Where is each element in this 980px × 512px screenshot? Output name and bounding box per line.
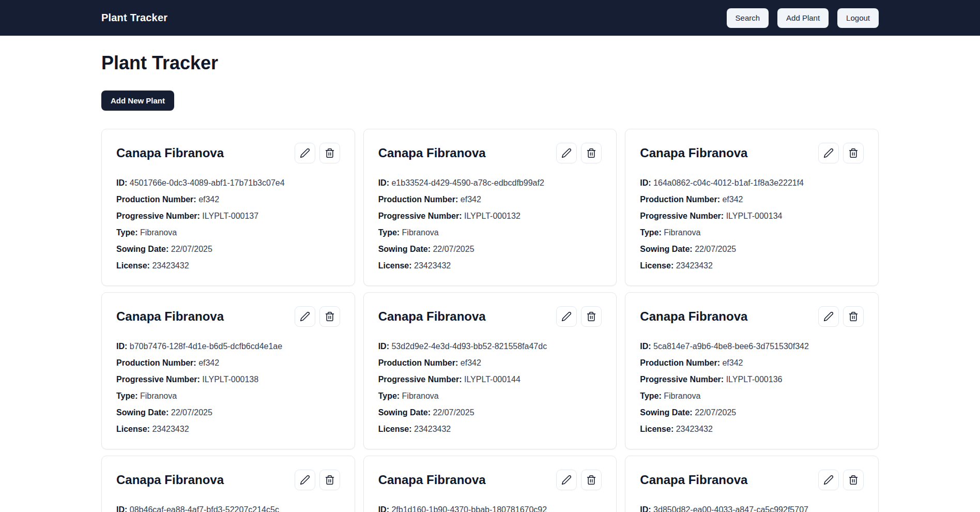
pencil-icon xyxy=(300,311,310,322)
plant-field-license-value: 23423432 xyxy=(414,425,451,433)
plant-field-id-label: ID: xyxy=(640,178,651,187)
plant-card-actions xyxy=(295,306,340,327)
add-plant-button[interactable]: Add Plant xyxy=(777,8,829,28)
plant-field-production-number: Production Number: ef342 xyxy=(378,357,602,369)
plant-field-progressive-number: Progressive Number: ILYPLT-000132 xyxy=(378,210,602,222)
plant-card: Canapa Fibranova ID xyxy=(363,456,617,512)
app-brand: Plant Tracker xyxy=(101,12,167,24)
trash-icon xyxy=(848,148,859,158)
plant-field-license-label: License: xyxy=(116,425,150,433)
plant-card-header: Canapa Fibranova xyxy=(640,470,864,490)
trash-icon xyxy=(848,311,859,322)
delete-plant-button[interactable] xyxy=(581,470,602,490)
plant-field-progressive-number-label: Progressive Number: xyxy=(378,375,462,384)
edit-plant-button[interactable] xyxy=(818,143,839,163)
pencil-icon xyxy=(300,148,310,158)
plant-field-id-value: 3d850d82-ea00-4033-a847-ca5c992f5707 xyxy=(653,505,808,512)
trash-icon xyxy=(586,148,596,158)
plant-field-sowing-date: Sowing Date: 22/07/2025 xyxy=(640,243,864,255)
plant-field-progressive-number: Progressive Number: ILYPLT-000138 xyxy=(116,373,340,386)
edit-plant-button[interactable] xyxy=(295,306,315,327)
plant-card-header: Canapa Fibranova xyxy=(640,143,864,163)
delete-plant-button[interactable] xyxy=(843,306,864,327)
plant-field-production-number: Production Number: ef342 xyxy=(640,357,864,369)
delete-plant-button[interactable] xyxy=(581,306,602,327)
plant-field-type: Type: Fibranova xyxy=(378,390,602,402)
plant-field-production-number-label: Production Number: xyxy=(378,195,458,204)
plant-card: Canapa Fibranova ID xyxy=(101,292,355,449)
plant-field-license-label: License: xyxy=(116,261,150,270)
plant-field-progressive-number-value: ILYPLT-000144 xyxy=(464,375,520,384)
plant-card-actions xyxy=(818,306,864,327)
plant-field-type-label: Type: xyxy=(116,228,137,237)
plant-field-production-number-label: Production Number: xyxy=(116,195,196,204)
delete-plant-button[interactable] xyxy=(581,143,602,163)
plant-field-id: ID: 2fb1d160-1b90-4370-bbab-180781670c92 xyxy=(378,504,602,512)
plant-field-id: ID: 53d2d9e2-4e3d-4d93-bb52-821558fa47dc xyxy=(378,340,602,353)
trash-icon xyxy=(848,475,859,485)
plant-field-id-value: 2fb1d160-1b90-4370-bbab-180781670c92 xyxy=(391,505,547,512)
plant-field-id-value: e1b33524-d429-4590-a78c-edbcdfb99af2 xyxy=(391,178,544,187)
delete-plant-button[interactable] xyxy=(319,306,340,327)
plant-field-id-label: ID: xyxy=(116,505,127,512)
delete-plant-button[interactable] xyxy=(319,470,340,490)
delete-plant-button[interactable] xyxy=(319,143,340,163)
plant-field-type-value: Fibranova xyxy=(664,391,700,400)
plant-field-type-value: Fibranova xyxy=(664,228,700,237)
plant-field-id-value: 5ca814e7-a9b6-4be8-bee6-3d751530f342 xyxy=(653,342,809,351)
plant-card: Canapa Fibranova ID xyxy=(101,129,355,286)
pencil-icon xyxy=(823,475,834,485)
plant-card-actions xyxy=(556,470,602,490)
pencil-icon xyxy=(823,311,834,322)
plant-field-production-number-value: ef342 xyxy=(722,195,743,204)
plant-field-license-value: 23423432 xyxy=(676,425,713,433)
plant-field-progressive-number-value: ILYPLT-000134 xyxy=(726,212,783,220)
edit-plant-button[interactable] xyxy=(818,470,839,490)
edit-plant-button[interactable] xyxy=(556,143,577,163)
plant-card-actions xyxy=(818,143,864,163)
plant-field-production-number-label: Production Number: xyxy=(640,358,720,367)
trash-icon xyxy=(586,311,596,322)
plant-card-title: Canapa Fibranova xyxy=(378,470,486,490)
plant-card-header: Canapa Fibranova xyxy=(378,143,602,163)
plant-field-id-label: ID: xyxy=(116,342,127,351)
plant-field-type-value: Fibranova xyxy=(402,228,439,237)
plant-card: Canapa Fibranova ID xyxy=(101,456,355,512)
trash-icon xyxy=(325,148,335,158)
plant-card: Canapa Fibranova ID xyxy=(625,456,879,512)
plant-card: Canapa Fibranova ID xyxy=(625,292,879,449)
edit-plant-button[interactable] xyxy=(295,143,315,163)
delete-plant-button[interactable] xyxy=(843,470,864,490)
plant-field-progressive-number-label: Progressive Number: xyxy=(116,212,200,220)
plant-field-id: ID: 4501766e-0dc3-4089-abf1-17b71b3c07e4 xyxy=(116,177,340,189)
plant-field-progressive-number-label: Progressive Number: xyxy=(116,375,200,384)
plant-field-sowing-date-value: 22/07/2025 xyxy=(433,245,474,253)
plant-field-id: ID: 08b46caf-ea88-4af7-bfd3-52207c214c5c xyxy=(116,504,340,512)
logout-button[interactable]: Logout xyxy=(837,8,879,28)
edit-plant-button[interactable] xyxy=(556,306,577,327)
plant-card-title: Canapa Fibranova xyxy=(640,306,747,327)
pencil-icon xyxy=(561,311,572,322)
nav-actions: Search Add Plant Logout xyxy=(727,8,879,28)
plant-card-actions xyxy=(295,143,340,163)
edit-plant-button[interactable] xyxy=(295,470,315,490)
search-button[interactable]: Search xyxy=(727,8,769,28)
plant-field-sowing-date-label: Sowing Date: xyxy=(116,245,169,253)
plant-field-sowing-date-label: Sowing Date: xyxy=(378,408,431,417)
plant-field-id-label: ID: xyxy=(378,342,389,351)
delete-plant-button[interactable] xyxy=(843,143,864,163)
navbar: Plant Tracker Search Add Plant Logout xyxy=(0,0,980,36)
plant-field-sowing-date-label: Sowing Date: xyxy=(116,408,169,417)
plant-field-id: ID: b70b7476-128f-4d1e-b6d5-dcfb6cd4e1ae xyxy=(116,340,340,353)
edit-plant-button[interactable] xyxy=(818,306,839,327)
plant-field-progressive-number: Progressive Number: ILYPLT-000144 xyxy=(378,373,602,386)
plant-field-id: ID: 5ca814e7-a9b6-4be8-bee6-3d751530f342 xyxy=(640,340,864,353)
plant-field-type-label: Type: xyxy=(378,391,400,400)
plant-field-sowing-date-value: 22/07/2025 xyxy=(433,408,474,417)
plant-field-license: License: 23423432 xyxy=(378,423,602,435)
edit-plant-button[interactable] xyxy=(556,470,577,490)
plant-field-id-label: ID: xyxy=(640,342,651,351)
add-new-plant-button[interactable]: Add New Plant xyxy=(101,91,174,111)
plant-field-license: License: 23423432 xyxy=(640,260,864,272)
plant-field-progressive-number-label: Progressive Number: xyxy=(378,212,462,220)
